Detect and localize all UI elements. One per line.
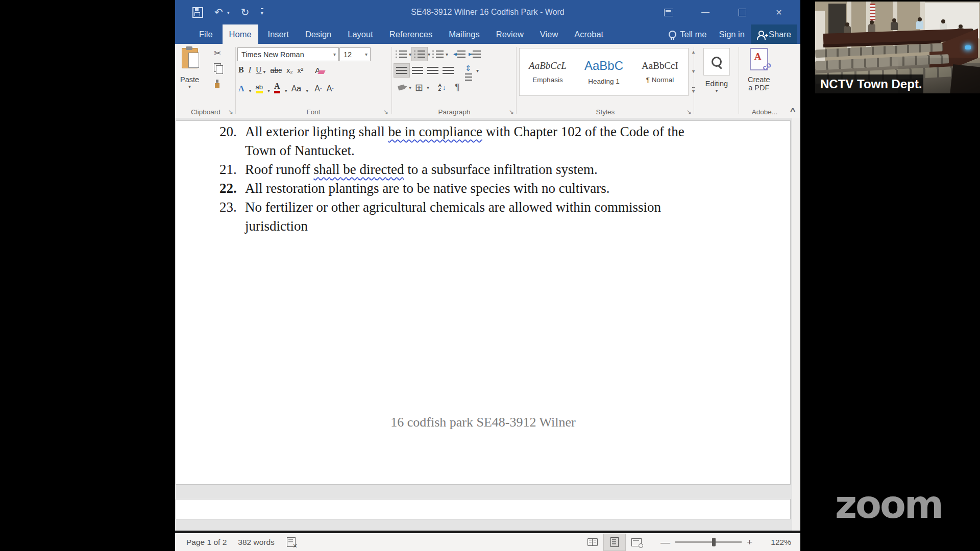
font-color-dropdown-icon[interactable]: ▾ — [285, 88, 287, 93]
zoom-slider-thumb[interactable] — [712, 538, 716, 546]
multilevel-list-button[interactable] — [430, 47, 446, 61]
page-indicator[interactable]: Page 1 of 2 — [186, 538, 227, 547]
styles-dialog-launcher-icon[interactable]: ↘ — [687, 108, 692, 115]
tab-file[interactable]: File — [192, 24, 219, 44]
highlight-button[interactable]: ab — [256, 83, 263, 93]
multilevel-dropdown-icon[interactable]: ▾ — [446, 52, 448, 57]
document-line[interactable]: 20.All exterior lighting shall be in com… — [176, 122, 790, 141]
line-spacing-dropdown-icon[interactable]: ▾ — [476, 68, 479, 73]
justify-button[interactable] — [440, 64, 456, 77]
text-effects-button[interactable]: A — [238, 84, 244, 93]
italic-button[interactable]: I — [249, 65, 251, 74]
proofing-errors-icon[interactable] — [287, 537, 296, 547]
shading-button[interactable] — [394, 81, 409, 94]
document-footer-text[interactable]: 16 codfish park SE48-3912 Wilner — [176, 415, 790, 430]
word-count[interactable]: 382 words — [238, 538, 275, 547]
undo-dropdown-icon[interactable]: ▾ — [227, 10, 230, 15]
show-hide-pilcrow-button[interactable]: ¶ — [450, 81, 465, 94]
editing-button[interactable]: Editing ▾ — [703, 48, 730, 93]
cut-icon[interactable]: ✂ — [214, 48, 221, 59]
tab-design[interactable]: Design — [299, 24, 338, 44]
tab-acrobat[interactable]: Acrobat — [568, 24, 610, 44]
clear-formatting-icon[interactable]: A — [315, 66, 320, 74]
underline-button[interactable]: U — [256, 65, 262, 74]
tab-layout[interactable]: Layout — [341, 24, 380, 44]
print-layout-button[interactable] — [603, 534, 626, 551]
text-effects-dropdown-icon[interactable]: ▾ — [249, 88, 252, 93]
bullets-button[interactable] — [394, 47, 409, 61]
zoom-out-button[interactable]: — — [655, 537, 675, 548]
share-button[interactable]: + Share — [751, 24, 797, 44]
tab-view[interactable]: View — [533, 24, 565, 44]
paste-button[interactable]: Paste ▾ — [180, 48, 199, 89]
document-line[interactable]: 23.No fertilizer or other agricultural c… — [176, 198, 790, 217]
sign-in-button[interactable]: Sign in — [713, 24, 751, 44]
highlight-dropdown-icon[interactable]: ▾ — [267, 88, 270, 93]
tab-home[interactable]: Home — [223, 24, 258, 44]
document-line[interactable]: 22.All restoration plantings are to be n… — [176, 179, 790, 198]
format-painter-icon[interactable] — [215, 83, 219, 88]
font-dialog-launcher-icon[interactable]: ↘ — [383, 108, 388, 115]
grow-font-button[interactable]: A — [314, 84, 322, 93]
line-spacing-button[interactable]: ⇕ — [461, 64, 476, 77]
list-text[interactable]: jurisdiction — [245, 217, 790, 236]
create-pdf-button[interactable]: Aco Create a PDF — [748, 48, 770, 92]
change-case-button[interactable]: Aa — [291, 84, 302, 93]
vertical-scrollbar[interactable] — [792, 118, 800, 531]
web-layout-button[interactable] — [626, 534, 647, 550]
subscript-button[interactable]: x₂ — [286, 66, 292, 74]
document-page[interactable]: 20.All exterior lighting shall be in com… — [176, 121, 790, 484]
sort-button[interactable]: AZ ↓ — [434, 81, 450, 94]
document-page-2-edge[interactable] — [176, 499, 790, 519]
collapse-ribbon-icon[interactable]: ∧ — [789, 106, 797, 114]
style-emphasis[interactable]: AaBbCcL Emphasis — [520, 48, 576, 95]
paragraph-dialog-launcher-icon[interactable]: ↘ — [509, 108, 514, 115]
underline-dropdown-icon[interactable]: ▾ — [263, 69, 266, 74]
tell-me-button[interactable]: Tell me — [663, 24, 713, 44]
list-text[interactable]: Town of Nantucket. — [245, 141, 790, 160]
zoom-slider-track[interactable] — [675, 541, 742, 543]
decrease-indent-button[interactable]: ◂ — [452, 47, 468, 61]
tab-insert[interactable]: Insert — [261, 24, 296, 44]
zoom-in-button[interactable]: + — [742, 537, 757, 548]
align-left-button[interactable] — [394, 63, 410, 78]
document-line[interactable]: Town of Nantucket. — [176, 141, 790, 160]
list-text[interactable]: Roof runoff shall be directed to a subsu… — [245, 160, 790, 179]
clipboard-dialog-launcher-icon[interactable]: ↘ — [228, 108, 233, 115]
font-size-combobox[interactable]: 12 ▾ — [339, 47, 371, 61]
copy-icon[interactable] — [214, 63, 221, 72]
style-normal[interactable]: AaBbCcI ¶ Normal — [632, 48, 688, 95]
close-button[interactable]: ✕ — [761, 0, 797, 24]
list-text[interactable]: All restoration plantings are to be nati… — [245, 179, 790, 198]
redo-icon[interactable]: ↻ — [241, 7, 250, 17]
list-text[interactable]: No fertilizer or other agricultural chem… — [245, 198, 790, 217]
document-line[interactable]: 21.Roof runoff shall be directed to a su… — [176, 160, 790, 179]
font-name-combobox[interactable]: Times New Roman ▾ — [237, 47, 339, 61]
shrink-font-button[interactable]: A — [327, 84, 334, 93]
tab-mailings[interactable]: Mailings — [442, 24, 486, 44]
read-mode-button[interactable] — [582, 534, 603, 550]
tab-review[interactable]: Review — [489, 24, 530, 44]
change-case-dropdown-icon[interactable]: ▾ — [306, 88, 308, 93]
minimize-button[interactable]: — — [687, 0, 724, 24]
font-color-button[interactable]: A — [274, 82, 280, 93]
strikethrough-button[interactable]: abc — [271, 66, 282, 74]
save-icon[interactable] — [192, 7, 203, 18]
borders-dropdown-icon[interactable]: ▾ — [427, 85, 429, 90]
increase-indent-button[interactable]: ▸ — [468, 47, 483, 61]
maximize-button[interactable] — [724, 0, 761, 24]
tab-references[interactable]: References — [383, 24, 439, 44]
align-right-button[interactable] — [425, 64, 440, 77]
undo-icon[interactable]: ↶ — [214, 7, 223, 17]
bold-button[interactable]: B — [238, 65, 244, 74]
list-text[interactable]: All exterior lighting shall be in compli… — [245, 122, 790, 141]
customize-qat-icon[interactable]: ▾ — [261, 8, 264, 16]
superscript-button[interactable]: x² — [298, 66, 304, 74]
document-line[interactable]: jurisdiction — [176, 217, 790, 236]
align-center-button[interactable] — [410, 64, 425, 77]
borders-button[interactable]: ⊞ — [411, 81, 427, 94]
style-heading1[interactable]: AaBbC Heading 1 — [576, 48, 632, 95]
zoom-percentage[interactable]: 122% — [767, 538, 791, 547]
ribbon-display-options-button[interactable] — [650, 0, 687, 24]
numbering-button[interactable] — [411, 47, 428, 61]
